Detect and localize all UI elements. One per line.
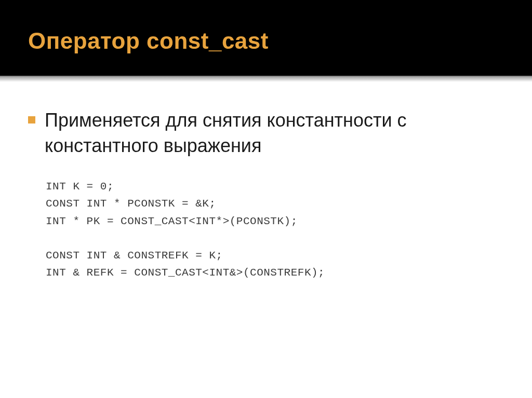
code-line: int * pK = const_cast<int*>(pConstK); — [46, 213, 504, 230]
code-line: const int * pConstK = &k; — [46, 195, 504, 212]
code-block: int k = 0; const int * pConstK = &k; int… — [46, 178, 504, 281]
slide-title: Оператор const_cast — [28, 28, 504, 54]
code-line: const int & constRefK = k; — [46, 247, 504, 264]
bullet-item: Применяется для снятия константности с к… — [28, 108, 504, 158]
code-gap — [46, 230, 504, 247]
code-line: int & refK = const_cast<int&>(constRefK)… — [46, 264, 504, 281]
code-line: int k = 0; — [46, 178, 504, 195]
header-shadow — [0, 77, 532, 82]
bullet-marker — [28, 116, 35, 123]
bullet-text: Применяется для снятия константности с к… — [45, 108, 504, 158]
slide-content: Применяется для снятия константности с к… — [0, 77, 532, 281]
slide-header: Оператор const_cast — [0, 0, 532, 77]
